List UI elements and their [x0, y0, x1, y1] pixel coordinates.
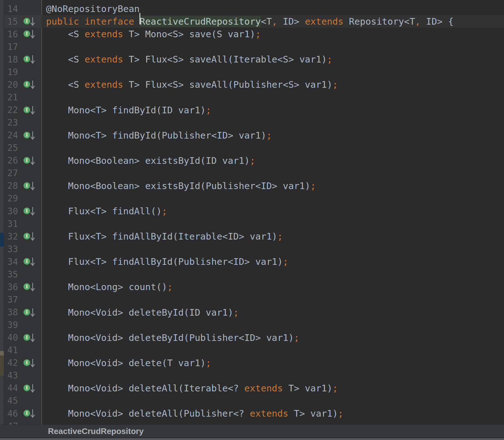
implemented-marker-icon[interactable]: I: [23, 78, 38, 91]
line-number[interactable]: 27: [4, 168, 18, 178]
code-line[interactable]: 38I Mono<Void> deleteById(ID var1);: [4, 306, 504, 319]
code-line[interactable]: 28I Mono<Boolean> existsById(Publisher<I…: [4, 180, 504, 192]
implemented-marker-icon[interactable]: I: [23, 281, 38, 293]
line-number[interactable]: 32: [4, 231, 18, 242]
code-line[interactable]: 26I Mono<Boolean> existsById(ID var1);: [4, 154, 504, 167]
code-line[interactable]: 39: [4, 319, 504, 331]
line-number[interactable]: 37: [4, 294, 18, 305]
line-number[interactable]: 42: [4, 358, 18, 368]
code-line[interactable]: 42I Mono<Void> delete(T var1);: [4, 357, 504, 369]
implemented-marker-icon[interactable]: I: [23, 382, 38, 395]
line-number[interactable]: 31: [4, 219, 18, 229]
code-line[interactable]: 18I <S extends T> Flux<S> saveAll(Iterab…: [4, 53, 504, 66]
implemented-marker-icon[interactable]: I: [23, 53, 38, 66]
code-line[interactable]: 43: [4, 369, 504, 382]
code-line[interactable]: 47: [4, 420, 504, 425]
code-text[interactable]: <S extends T> Mono<S> save(S var1);: [41, 28, 504, 40]
line-number[interactable]: 29: [4, 193, 18, 204]
code-line[interactable]: 31: [4, 217, 504, 230]
implemented-marker-icon[interactable]: I: [23, 331, 38, 344]
line-number[interactable]: 34: [4, 257, 18, 267]
breadcrumb-item[interactable]: ReactiveCrudRepository: [48, 426, 144, 436]
code-text[interactable]: [41, 369, 504, 382]
code-line[interactable]: 40I Mono<Void> deleteById(Publisher<ID> …: [4, 331, 504, 344]
code-text[interactable]: [41, 420, 504, 425]
code-line[interactable]: 15Ipublic interface ReactiveCrudReposito…: [4, 15, 504, 28]
line-number[interactable]: 26: [4, 155, 18, 166]
code-text[interactable]: Mono<Boolean> existsById(ID var1);: [41, 154, 504, 167]
code-text[interactable]: Mono<Void> deleteById(Publisher<ID> var1…: [41, 331, 504, 344]
line-number[interactable]: 24: [4, 130, 18, 140]
code-text[interactable]: [41, 40, 504, 53]
code-text[interactable]: [41, 217, 504, 230]
code-line[interactable]: 34I Flux<T> findAllById(Publisher<ID> va…: [4, 255, 504, 268]
code-line[interactable]: 14@NoRepositoryBean: [4, 3, 504, 15]
code-line[interactable]: 17: [4, 40, 504, 53]
code-text[interactable]: [41, 192, 504, 205]
line-number[interactable]: 41: [4, 345, 18, 355]
implemented-marker-icon[interactable]: I: [23, 15, 38, 28]
line-number[interactable]: 19: [4, 67, 18, 77]
line-number[interactable]: 36: [4, 282, 18, 292]
implemented-marker-icon[interactable]: I: [23, 129, 38, 142]
code-line[interactable]: 27: [4, 167, 504, 180]
line-number[interactable]: 45: [4, 395, 18, 406]
line-number[interactable]: 21: [4, 92, 18, 103]
code-text[interactable]: Mono<Void> deleteAll(Iterable<? extends …: [41, 382, 504, 395]
implemented-marker-icon[interactable]: I: [23, 104, 38, 116]
code-text[interactable]: Mono<T> findById(ID var1);: [41, 104, 504, 116]
implemented-marker-icon[interactable]: I: [23, 306, 38, 319]
code-text[interactable]: <S extends T> Flux<S> saveAll(Publisher<…: [41, 78, 504, 91]
line-number[interactable]: 16: [4, 29, 18, 39]
line-number[interactable]: 44: [4, 383, 18, 393]
code-text[interactable]: public interface ReactiveCrudRepository<…: [41, 15, 504, 28]
code-text[interactable]: Mono<Void> deleteById(ID var1);: [41, 306, 504, 319]
code-line[interactable]: 29: [4, 192, 504, 205]
code-text[interactable]: [41, 167, 504, 180]
implemented-marker-icon[interactable]: I: [23, 230, 38, 243]
code-text[interactable]: [41, 66, 504, 78]
code-line[interactable]: 24I Mono<T> findById(Publisher<ID> var1)…: [4, 129, 504, 142]
code-line[interactable]: 35: [4, 268, 504, 281]
code-line[interactable]: 25: [4, 142, 504, 154]
code-text[interactable]: Mono<Long> count();: [41, 281, 504, 293]
implemented-marker-icon[interactable]: I: [23, 180, 38, 192]
code-line[interactable]: 37: [4, 293, 504, 306]
code-line[interactable]: 46I Mono<Void> deleteAll(Publisher<? ext…: [4, 407, 504, 420]
line-number[interactable]: 39: [4, 320, 18, 330]
code-text[interactable]: Flux<T> findAllById(Publisher<ID> var1);: [41, 255, 504, 268]
code-text[interactable]: [41, 91, 504, 104]
code-text[interactable]: [41, 268, 504, 281]
code-text[interactable]: [41, 142, 504, 154]
line-number[interactable]: 35: [4, 269, 18, 280]
code-line[interactable]: 32I Flux<T> findAllById(Iterable<ID> var…: [4, 230, 504, 243]
code-line[interactable]: 41: [4, 344, 504, 357]
line-number[interactable]: 47: [4, 421, 18, 425]
line-number[interactable]: 40: [4, 332, 18, 343]
implemented-marker-icon[interactable]: I: [23, 154, 38, 167]
code-text[interactable]: <S extends T> Flux<S> saveAll(Iterable<S…: [41, 53, 504, 66]
code-line[interactable]: 45: [4, 395, 504, 407]
line-number[interactable]: 33: [4, 244, 18, 254]
line-number[interactable]: 30: [4, 206, 18, 217]
code-line[interactable]: 30I Flux<T> findAll();: [4, 205, 504, 217]
code-text[interactable]: [41, 293, 504, 306]
line-number[interactable]: 14: [4, 4, 18, 14]
line-number[interactable]: 23: [4, 117, 18, 128]
implemented-marker-icon[interactable]: I: [23, 357, 38, 369]
implemented-marker-icon[interactable]: I: [23, 205, 38, 217]
code-line[interactable]: 44I Mono<Void> deleteAll(Iterable<? exte…: [4, 382, 504, 395]
line-number[interactable]: 18: [4, 54, 18, 65]
code-line[interactable]: 33: [4, 243, 504, 255]
code-line[interactable]: 19: [4, 66, 504, 78]
code-text[interactable]: Flux<T> findAllById(Iterable<ID> var1);: [41, 230, 504, 243]
code-text[interactable]: Mono<Void> delete(T var1);: [41, 357, 504, 369]
code-text[interactable]: [41, 243, 504, 255]
line-number[interactable]: 25: [4, 143, 18, 153]
code-line[interactable]: 22I Mono<T> findById(ID var1);: [4, 104, 504, 116]
line-number[interactable]: 15: [4, 16, 18, 27]
code-text[interactable]: [41, 395, 504, 407]
implemented-marker-icon[interactable]: I: [23, 28, 38, 40]
code-text[interactable]: Flux<T> findAll();: [41, 205, 504, 217]
code-text[interactable]: [41, 116, 504, 129]
